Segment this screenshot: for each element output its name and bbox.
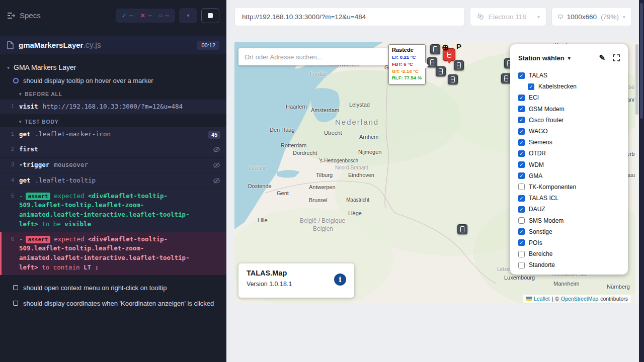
- station-item-dauz[interactable]: ✓DAUZ: [518, 204, 620, 215]
- station-item-kabelstrecken[interactable]: ✓Kabelstrecken: [518, 81, 620, 92]
- parking-marker-icon[interactable]: P: [456, 42, 461, 51]
- scrollbar-thumb[interactable]: [635, 44, 638, 115]
- station-item-bereiche[interactable]: Bereiche: [518, 248, 620, 259]
- stat-pending[interactable]: ○--: [159, 12, 169, 19]
- address-search-input[interactable]: Ort oder Adresse suchen...: [238, 48, 388, 65]
- marker-tooltip[interactable]: Rastede LT: 0.21 °CFBT: 6 °CGT: -2.14 °C…: [388, 44, 426, 84]
- page-scrollbar[interactable]: [639, 0, 644, 362]
- checkbox[interactable]: ✓: [518, 117, 525, 123]
- fullscreen-icon[interactable]: [613, 54, 620, 61]
- command-get[interactable]: 4get.leaflet-tooltip: [0, 173, 226, 189]
- stop-button[interactable]: [201, 8, 219, 23]
- collapse-button[interactable]: ▾: [179, 8, 197, 23]
- monitor-icon: [558, 13, 563, 21]
- viewport-selector[interactable]: 1000x660 (79%) ▾: [551, 7, 632, 26]
- test-item-active[interactable]: should display tooltip on hover over a m…: [0, 74, 226, 87]
- command-visit[interactable]: 1visithttp://192.168.10.33:3000/?m=12&u=…: [0, 100, 226, 114]
- station-marker[interactable]: [448, 74, 458, 84]
- test-running-icon: [13, 78, 19, 83]
- station-item-wago[interactable]: ✓WAGO: [518, 126, 620, 137]
- checkbox[interactable]: ✓: [518, 195, 525, 202]
- map-label: België / Belgique: [300, 217, 345, 224]
- checkbox[interactable]: ✓: [528, 83, 534, 90]
- station-item-sonstige[interactable]: ✓Sonstige: [518, 226, 620, 237]
- checkbox[interactable]: [518, 184, 525, 190]
- browser-selector[interactable]: Electron 118 ▾: [470, 7, 546, 26]
- station-label: TALAS ICL: [529, 195, 558, 202]
- station-marker[interactable]: [457, 224, 467, 234]
- station-item-gma[interactable]: ✓GMA: [518, 170, 620, 182]
- station-item-cisco-router[interactable]: ✓Cisco Router: [518, 115, 620, 126]
- url-input[interactable]: http://192.168.10.33:3000/?m=12&u=484: [234, 7, 465, 26]
- leaflet-link[interactable]: Leaflet: [534, 296, 550, 302]
- map-label: Lelystad: [349, 102, 370, 108]
- station-item-pois[interactable]: ✓POIs: [518, 237, 620, 248]
- app-scrollbar[interactable]: [635, 42, 639, 304]
- command-first[interactable]: 2first: [0, 142, 226, 157]
- add-marker-icon[interactable]: ⊕: [442, 42, 449, 53]
- station-item-sms-modem[interactable]: SMS Modem: [518, 215, 620, 226]
- command-assert-passed[interactable]: 5-assertexpected <div#leaflet-tooltip-50…: [0, 189, 226, 232]
- specs-menu-button[interactable]: Specs: [7, 11, 41, 20]
- station-marker[interactable]: [436, 66, 446, 76]
- station-item-standorte[interactable]: Standorte: [518, 259, 620, 270]
- station-item-talas-icl[interactable]: ✓TALAS ICL: [518, 193, 620, 204]
- leaflet-map[interactable]: HamburgBremenNiedersachsenHannoverGronin…: [234, 42, 635, 304]
- station-item-tk-komponenten[interactable]: TK-Komponenten: [518, 182, 620, 193]
- checkbox[interactable]: ✓: [518, 172, 525, 179]
- checkbox[interactable]: ✓: [518, 139, 525, 146]
- before-all-label: BEFORE ALL: [25, 91, 62, 97]
- station-marker[interactable]: [427, 57, 437, 67]
- marker-tooltip-rows: LT: 0.21 °CFBT: 6 °CGT: -2.14 °CRLF: 77.…: [392, 54, 422, 81]
- checkbox[interactable]: ✓: [518, 95, 525, 101]
- before-all-header[interactable]: ▾ BEFORE ALL: [0, 87, 226, 100]
- checkbox[interactable]: ✓: [518, 128, 525, 135]
- info-icon[interactable]: i: [334, 274, 346, 286]
- test-item[interactable]: should display coordinates when 'Koordin…: [0, 296, 226, 311]
- station-item-wdm[interactable]: ✓WDM: [518, 159, 620, 170]
- cabinet-icon: [504, 75, 508, 81]
- station-item-talas[interactable]: ✓TALAS: [518, 70, 620, 81]
- station-select[interactable]: Station wählen ▾: [518, 54, 571, 62]
- test-body-header[interactable]: ▾ TEST BODY: [0, 115, 226, 127]
- checkbox[interactable]: ✓: [518, 206, 525, 213]
- chevron-down-icon: ▾: [623, 14, 625, 20]
- checkbox[interactable]: [518, 251, 525, 257]
- command-get[interactable]: 1get.leaflet-marker-icon45: [0, 127, 226, 142]
- checkbox[interactable]: ✓: [518, 161, 525, 168]
- osm-link[interactable]: OpenStreetMap: [561, 296, 598, 302]
- stat-failed[interactable]: ✕--: [140, 12, 152, 19]
- stat-passed[interactable]: ✓--: [122, 12, 133, 19]
- checkbox[interactable]: ✓: [518, 239, 525, 246]
- scrollbar-thumb[interactable]: [640, 3, 643, 119]
- station-item-gsm-modem[interactable]: ✓GSM Modem: [518, 104, 620, 115]
- app-preview-area: http://192.168.10.33:3000/?m=12&u=484 El…: [226, 0, 644, 362]
- station-label: WDM: [529, 161, 544, 168]
- cabinet-icon: [457, 62, 461, 68]
- test-pending-icon: [13, 301, 18, 306]
- station-marker[interactable]: [430, 44, 440, 54]
- command-number: 2: [0, 145, 19, 155]
- station-label: GSM Modem: [529, 106, 565, 113]
- station-label: Siemens: [529, 139, 552, 146]
- suite-header[interactable]: ▾ GMA Markers Layer: [0, 60, 226, 74]
- checkbox[interactable]: [518, 217, 525, 224]
- station-label: WAGO: [529, 128, 548, 135]
- spec-bar[interactable]: gmaMarkersLayer.cy.js 00:12: [0, 36, 226, 54]
- station-item-otdr[interactable]: ✓OTDR: [518, 148, 620, 159]
- checkbox[interactable]: ✓: [518, 106, 525, 112]
- edit-icon[interactable]: ✎: [599, 53, 605, 62]
- station-marker[interactable]: [501, 73, 511, 83]
- checkbox[interactable]: ✓: [518, 150, 525, 157]
- command-assert-failed[interactable]: 6-assertexpected <div#leaflet-tooltip-50…: [0, 232, 226, 275]
- command-trigger[interactable]: 3-triggermouseover: [0, 158, 226, 173]
- station-marker[interactable]: [454, 60, 464, 70]
- tooltip-measurement: LT: 0.21 °C: [392, 54, 422, 61]
- checkbox[interactable]: ✓: [518, 72, 525, 79]
- station-label: OTDR: [529, 150, 546, 157]
- checkbox[interactable]: [518, 262, 525, 268]
- station-item-siemens[interactable]: ✓Siemens: [518, 137, 620, 148]
- test-item[interactable]: should open context menu on right-click …: [0, 280, 226, 296]
- checkbox[interactable]: ✓: [518, 228, 525, 235]
- station-item-eci[interactable]: ✓ECI: [518, 92, 620, 103]
